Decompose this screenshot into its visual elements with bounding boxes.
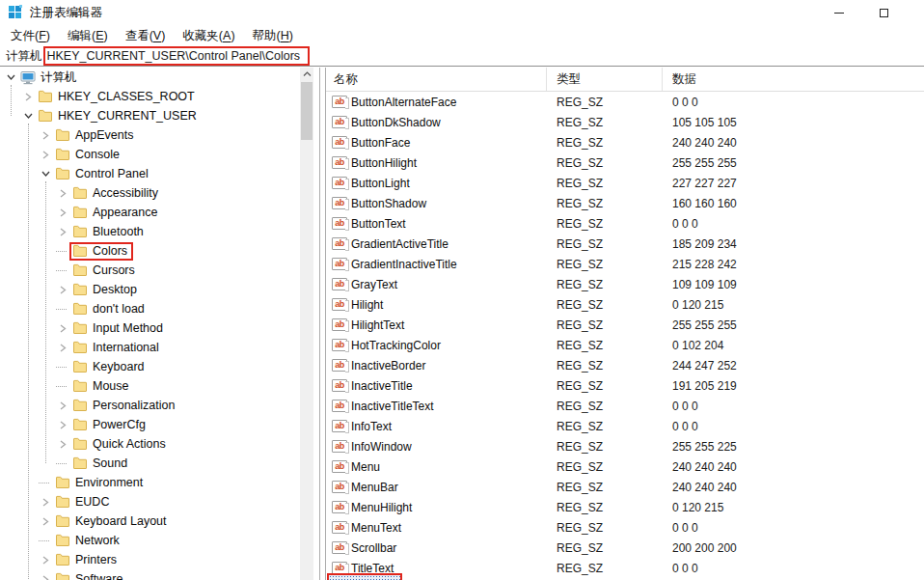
tree-item-printers[interactable]: Printers — [0, 550, 300, 569]
value-row-gradientinactivetitle[interactable]: abGradientInactiveTitleREG_SZ215 228 242 — [326, 254, 924, 274]
tree-node[interactable]: International — [69, 340, 162, 356]
tree-item-quick-actions[interactable]: Quick Actions — [0, 434, 300, 454]
value-row-hilighttext[interactable]: abHilightTextREG_SZ255 255 255 — [326, 315, 924, 335]
tree-node[interactable]: Keyboard Layout — [52, 513, 170, 530]
value-row-inactivetitle[interactable]: abInactiveTitleREG_SZ191 205 219 — [326, 375, 924, 396]
chevron-right-icon[interactable] — [39, 553, 52, 566]
tree-item-keyboard-layout[interactable]: Keyboard Layout — [0, 511, 300, 531]
tree-node[interactable]: PowerCfg — [69, 417, 149, 433]
tree-node[interactable]: don't load — [69, 301, 148, 318]
chevron-right-icon[interactable] — [56, 206, 69, 219]
tree-item-control-panel[interactable]: Control Panel — [0, 164, 300, 183]
tree-item-bluetooth[interactable]: Bluetooth — [0, 222, 300, 241]
chevron-right-icon[interactable] — [56, 399, 69, 412]
value-row-buttontext[interactable]: abButtonTextREG_SZ0 0 0 — [326, 213, 924, 234]
scrollbar-up-icon[interactable] — [300, 68, 313, 81]
tree-node[interactable]: Cursors — [69, 262, 138, 279]
value-row-menu[interactable]: abMenuREG_SZ240 240 240 — [326, 456, 924, 477]
chevron-right-icon[interactable] — [56, 283, 69, 296]
chevron-right-icon[interactable] — [56, 341, 69, 354]
chevron-right-icon[interactable] — [56, 225, 69, 238]
tree-node[interactable]: Environment — [52, 475, 146, 491]
tree-item-network[interactable]: Network — [0, 531, 300, 550]
value-row-infowindow[interactable]: abInfoWindowREG_SZ255 255 225 — [326, 436, 924, 456]
tree-node[interactable]: Bluetooth — [69, 224, 147, 240]
menu-e[interactable]: 编辑(E) — [59, 26, 117, 46]
panel-splitter[interactable] — [319, 68, 326, 580]
chevron-down-icon[interactable] — [4, 70, 17, 84]
column-header-data[interactable]: 数据 — [663, 68, 924, 91]
value-row-titletext[interactable]: abTitleTextREG_SZ0 0 0 — [326, 558, 924, 578]
value-row-menuhilight[interactable]: abMenuHilightREG_SZ0 120 215 — [326, 497, 924, 517]
value-row-buttonface[interactable]: abButtonFaceREG_SZ240 240 240 — [326, 132, 924, 152]
tree-node[interactable]: Keyboard — [69, 359, 148, 375]
tree-item-hkey-current-user[interactable]: HKEY_CURRENT_USER — [0, 106, 300, 125]
tree-item-计算机[interactable]: 计算机 — [0, 68, 300, 87]
tree-item-appearance[interactable]: Appearance — [0, 203, 300, 222]
value-row-scrollbar[interactable]: abScrollbarREG_SZ200 200 200 — [326, 538, 924, 558]
tree-node[interactable]: Mouse — [69, 378, 132, 395]
tree-node[interactable]: Network — [52, 533, 122, 549]
value-row-buttonalternateface[interactable]: abButtonAlternateFaceREG_SZ0 0 0 — [326, 92, 924, 112]
column-header-name[interactable]: 名称 — [326, 68, 547, 91]
tree-node[interactable]: Console — [52, 147, 122, 163]
value-row-menubar[interactable]: abMenuBarREG_SZ240 240 240 — [326, 477, 924, 497]
chevron-right-icon[interactable] — [56, 437, 69, 451]
tree-item-desktop[interactable]: Desktop — [0, 280, 300, 299]
tree-node[interactable]: Sound — [69, 456, 130, 472]
chevron-right-icon[interactable] — [56, 186, 69, 200]
tree-item-colors[interactable]: Colors — [0, 241, 300, 261]
tree-node[interactable]: EUDC — [52, 494, 112, 511]
menu-a[interactable]: 收藏夹(A) — [174, 26, 243, 46]
scrollbar-thumb[interactable] — [301, 82, 313, 140]
tree-node[interactable]: Control Panel — [52, 166, 151, 182]
tree-node[interactable]: Input Method — [69, 320, 166, 337]
column-header-type[interactable]: 类型 — [547, 68, 663, 91]
tree-item-powercfg[interactable]: PowerCfg — [0, 415, 300, 434]
chevron-right-icon[interactable] — [21, 90, 35, 103]
tree-node[interactable]: Accessibility — [69, 185, 161, 202]
menu-v[interactable]: 查看(V) — [117, 26, 175, 46]
tree-node[interactable]: Printers — [52, 552, 120, 568]
chevron-right-icon[interactable] — [39, 128, 52, 142]
tree-node[interactable]: Personalization — [69, 398, 177, 414]
tree-node[interactable]: HKEY_CURRENT_USER — [35, 108, 200, 124]
tree-item-cursors[interactable]: Cursors — [0, 261, 300, 280]
tree-scrollbar[interactable] — [300, 68, 313, 580]
address-bar[interactable]: 计算机 HKEY_CURRENT_USER\Control Panel\Colo… — [0, 46, 924, 67]
chevron-down-icon[interactable] — [21, 109, 35, 123]
tree-item-software[interactable]: Software — [0, 569, 300, 580]
value-row-hilight[interactable]: abHilightREG_SZ0 120 215 — [326, 294, 924, 315]
tree-node[interactable]: HKEY_CLASSES_ROOT — [35, 89, 198, 105]
value-row-infotext[interactable]: abInfoTextREG_SZ0 0 0 — [326, 416, 924, 436]
maximize-button[interactable] — [861, 0, 906, 25]
menu-h[interactable]: 帮助(H) — [244, 26, 302, 46]
value-row-buttondkshadow[interactable]: abButtonDkShadowREG_SZ105 105 105 — [326, 112, 924, 132]
chevron-right-icon[interactable] — [39, 148, 52, 161]
value-row-buttonhilight[interactable]: abButtonHilightREG_SZ255 255 255 — [326, 152, 924, 173]
tree-node[interactable]: Desktop — [69, 282, 140, 298]
tree-item-console[interactable]: Console — [0, 145, 300, 164]
tree-item-input-method[interactable]: Input Method — [0, 318, 300, 338]
tree-node[interactable]: Quick Actions — [69, 436, 169, 453]
chevron-right-icon[interactable] — [39, 514, 52, 528]
value-row-gradientactivetitle[interactable]: abGradientActiveTitleREG_SZ185 209 234 — [326, 234, 924, 254]
tree-item-sound[interactable]: Sound — [0, 454, 300, 473]
tree-item-mouse[interactable]: Mouse — [0, 376, 300, 396]
menu-f[interactable]: 文件(F) — [2, 26, 59, 46]
value-row-inactivetitletext[interactable]: abInactiveTitleTextREG_SZ0 0 0 — [326, 396, 924, 416]
value-row-buttonshadow[interactable]: abButtonShadowREG_SZ160 160 160 — [326, 193, 924, 213]
value-row-menutext[interactable]: abMenuTextREG_SZ0 0 0 — [326, 517, 924, 538]
tree-item-appevents[interactable]: AppEvents — [0, 125, 300, 145]
chevron-right-icon[interactable] — [39, 572, 52, 580]
tree-node[interactable]: 计算机 — [17, 69, 80, 87]
value-row-hottrackingcolor[interactable]: abHotTrackingColorREG_SZ0 102 204 — [326, 335, 924, 355]
tree-item-accessibility[interactable]: Accessibility — [0, 183, 300, 203]
chevron-down-icon[interactable] — [39, 167, 52, 180]
tree-item-environment[interactable]: Environment — [0, 473, 300, 492]
tree-item-don-t-load[interactable]: don't load — [0, 299, 300, 318]
tree-item-hkey-classes-root[interactable]: HKEY_CLASSES_ROOT — [0, 87, 300, 106]
minimize-button[interactable] — [817, 0, 861, 25]
tree-node[interactable]: Appearance — [69, 205, 160, 221]
value-row-graytext[interactable]: abGrayTextREG_SZ109 109 109 — [326, 274, 924, 294]
